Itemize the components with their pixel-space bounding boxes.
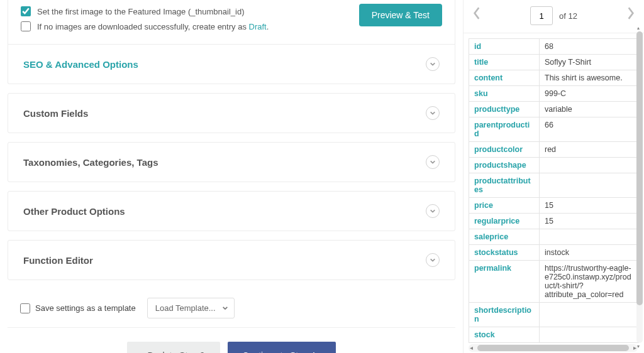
table-row: parentproductid66 bbox=[469, 117, 639, 142]
field-key: regularprice bbox=[469, 214, 540, 229]
field-value: 15 bbox=[540, 214, 639, 229]
field-key: stock bbox=[469, 327, 540, 343]
accordion-other-product-options[interactable]: Other Product Options bbox=[8, 191, 455, 231]
pager-of-label: of 12 bbox=[559, 11, 577, 21]
field-key: producttype bbox=[469, 102, 540, 117]
field-key: content bbox=[469, 70, 540, 86]
chevron-right-icon bbox=[626, 6, 635, 20]
draft-checkbox[interactable] bbox=[21, 21, 31, 31]
accordion-taxonomies[interactable]: Taxonomies, Categories, Tags bbox=[8, 142, 455, 182]
field-value: This shirt is awesome. bbox=[540, 70, 639, 86]
table-row: stock bbox=[469, 327, 639, 343]
horizontal-scrollbar[interactable]: ◂ ▸ bbox=[469, 344, 638, 352]
table-row: contentThis shirt is awesome. bbox=[469, 70, 639, 86]
field-value: https://trustworthy-eagle-e725c0.instawp… bbox=[540, 261, 639, 303]
table-row: permalinkhttps://trustworthy-eagle-e725c… bbox=[469, 261, 639, 303]
field-key: title bbox=[469, 55, 540, 70]
pager-next-button[interactable] bbox=[626, 6, 635, 22]
field-value bbox=[540, 229, 639, 245]
accordion-function-editor[interactable]: Function Editor bbox=[8, 240, 455, 280]
accordion-seo-advanced[interactable]: SEO & Advanced Options bbox=[8, 44, 455, 84]
table-row: productshape bbox=[469, 158, 639, 173]
images-panel: Set the first image to the Featured Imag… bbox=[8, 0, 455, 84]
scroll-down-icon: ▾ bbox=[637, 344, 640, 349]
accordion-title: Other Product Options bbox=[23, 206, 125, 217]
field-key: productattributes bbox=[469, 173, 540, 198]
table-row: producttypevariable bbox=[469, 102, 639, 117]
table-row: stockstatusinstock bbox=[469, 245, 639, 261]
scrollbar-thumb[interactable] bbox=[477, 345, 629, 351]
scroll-left-icon: ◂ bbox=[470, 344, 473, 351]
field-key: shortdescription bbox=[469, 303, 540, 327]
field-value: Soflyy T-Shirt bbox=[540, 55, 639, 70]
back-button-label: Back to Step 2 bbox=[147, 350, 204, 353]
field-key: totalsales bbox=[469, 343, 540, 344]
vertical-scrollbar[interactable]: ▴ ▾ bbox=[636, 31, 643, 343]
field-value bbox=[540, 327, 639, 343]
field-value: 0 bbox=[540, 343, 639, 344]
table-row: productattributes bbox=[469, 173, 639, 198]
draft-link[interactable]: Draft bbox=[249, 22, 267, 31]
field-value bbox=[540, 158, 639, 173]
chevron-down-icon bbox=[426, 204, 440, 218]
table-row: sku999-C bbox=[469, 86, 639, 102]
chevron-down-icon bbox=[426, 253, 440, 267]
chevron-left-icon bbox=[472, 6, 481, 20]
table-row: regularprice15 bbox=[469, 214, 639, 229]
field-value bbox=[540, 303, 639, 327]
save-template-checkbox-row[interactable]: Save settings as a template bbox=[20, 303, 136, 313]
preview-test-button[interactable]: Preview & Test bbox=[359, 4, 442, 26]
chevron-down-icon bbox=[426, 155, 440, 169]
table-row: shortdescription bbox=[469, 303, 639, 327]
scroll-right-icon: ▸ bbox=[633, 344, 636, 351]
field-key: saleprice bbox=[469, 229, 540, 245]
field-key: productcolor bbox=[469, 142, 540, 158]
featured-image-checkbox[interactable] bbox=[21, 6, 31, 16]
field-key: sku bbox=[469, 86, 540, 102]
featured-image-label: Set the first image to the Featured Imag… bbox=[37, 7, 245, 16]
chevron-down-icon bbox=[426, 57, 440, 71]
scrollbar-thumb[interactable] bbox=[636, 31, 643, 305]
field-key: permalink bbox=[469, 261, 540, 303]
table-row: saleprice bbox=[469, 229, 639, 245]
main-column: Set the first image to the Featured Imag… bbox=[0, 0, 463, 353]
field-value: 68 bbox=[540, 39, 639, 55]
field-value: red bbox=[540, 142, 639, 158]
accordion-title: Custom Fields bbox=[23, 108, 88, 119]
chevron-down-icon bbox=[426, 106, 440, 120]
field-key: stockstatus bbox=[469, 245, 540, 261]
continue-button-label: Continue to Step 4 bbox=[243, 350, 316, 353]
table-row: id68 bbox=[469, 39, 639, 55]
accordion-custom-fields[interactable]: Custom Fields bbox=[8, 93, 455, 133]
field-value: 66 bbox=[540, 117, 639, 142]
continue-button[interactable]: Continue to Step 4 bbox=[228, 342, 336, 353]
field-key: productshape bbox=[469, 158, 540, 173]
load-template-select[interactable]: Load Template... bbox=[147, 298, 235, 318]
field-value: variable bbox=[540, 102, 639, 117]
template-row: Save settings as a template Load Templat… bbox=[8, 289, 455, 328]
scroll-up-icon: ▴ bbox=[637, 25, 640, 31]
field-value: instock bbox=[540, 245, 639, 261]
pager-prev-button[interactable] bbox=[472, 6, 481, 22]
save-template-checkbox[interactable] bbox=[20, 303, 30, 313]
record-pager: of 12 bbox=[464, 0, 644, 33]
field-key: id bbox=[469, 39, 540, 55]
draft-checkbox-row[interactable]: If no images are downloaded successfully… bbox=[8, 19, 359, 34]
table-row: productcolorred bbox=[469, 142, 639, 158]
preview-body: id68titleSoflyy T-ShirtcontentThis shirt… bbox=[464, 33, 644, 343]
field-value: 999-C bbox=[540, 86, 639, 102]
featured-image-checkbox-row[interactable]: Set the first image to the Featured Imag… bbox=[8, 4, 359, 19]
accordion-title: Function Editor bbox=[23, 255, 93, 266]
back-button[interactable]: Back to Step 2 bbox=[127, 342, 219, 353]
table-row: totalsales0 bbox=[469, 343, 639, 344]
load-template-select-wrap[interactable]: Load Template... bbox=[147, 298, 235, 318]
step-nav: Back to Step 2 Continue to Step 4 bbox=[8, 342, 455, 353]
field-value bbox=[540, 173, 639, 198]
field-value: 15 bbox=[540, 198, 639, 214]
images-options-row: Set the first image to the Featured Imag… bbox=[8, 0, 455, 44]
preview-pane: of 12 id68titleSoflyy T-ShirtcontentThis… bbox=[463, 0, 644, 353]
table-row: price15 bbox=[469, 198, 639, 214]
pager-page-input[interactable] bbox=[530, 6, 553, 25]
accordion-title: Taxonomies, Categories, Tags bbox=[23, 157, 158, 168]
images-options-left: Set the first image to the Featured Imag… bbox=[8, 4, 359, 34]
